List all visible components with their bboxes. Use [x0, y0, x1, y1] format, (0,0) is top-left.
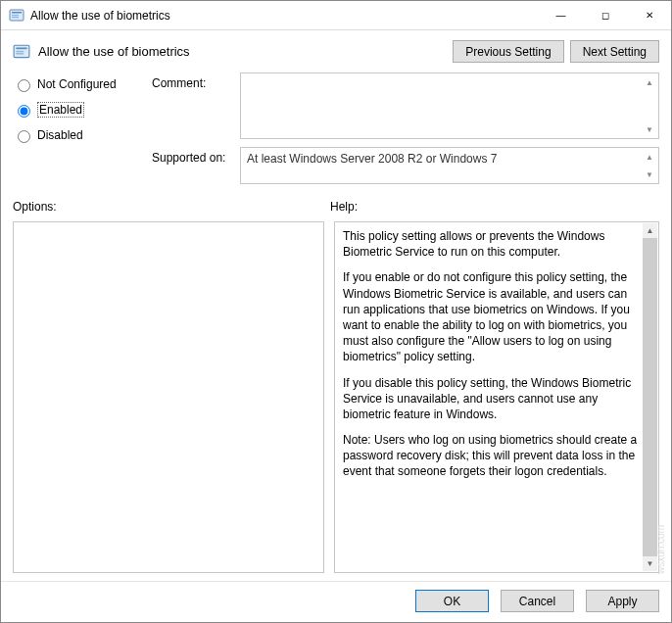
help-content: This policy setting allows or prevents t…: [335, 222, 643, 572]
scroll-up-icon: ▲: [643, 150, 656, 164]
scroll-up-icon[interactable]: ▲: [643, 223, 657, 238]
mid-labels: Options: Help:: [1, 192, 671, 217]
policy-title: Allow the use of biometrics: [38, 44, 190, 59]
supported-on-textbox: At least Windows Server 2008 R2 or Windo…: [240, 147, 659, 184]
config-area: Not Configured Enabled Disabled Comment:…: [1, 69, 671, 192]
supported-on-value: At least Windows Server 2008 R2 or Windo…: [241, 148, 658, 169]
scroll-down-icon: ▼: [643, 168, 656, 181]
svg-rect-5: [16, 47, 26, 49]
comment-scrollbar[interactable]: ▲ ▼: [643, 75, 656, 136]
radio-not-configured[interactable]: Not Configured: [13, 76, 140, 92]
help-paragraph: If you disable this policy setting, the …: [343, 375, 639, 423]
scroll-down-icon[interactable]: ▼: [643, 122, 656, 136]
apply-button[interactable]: Apply: [586, 590, 659, 612]
comment-textbox[interactable]: ▲ ▼: [240, 72, 659, 139]
config-fields: Comment: ▲ ▼ Supported on: At least Wind…: [152, 72, 659, 184]
radio-not-configured-label: Not Configured: [37, 77, 117, 91]
scrollbar-thumb[interactable]: [643, 238, 657, 556]
radio-disabled[interactable]: Disabled: [13, 127, 140, 143]
options-label: Options:: [13, 200, 330, 214]
help-scrollbar[interactable]: ▲ ▼: [643, 223, 657, 571]
svg-rect-6: [16, 50, 24, 51]
supported-scrollbar: ▲ ▼: [643, 150, 656, 181]
previous-setting-button[interactable]: Previous Setting: [453, 40, 563, 63]
help-paragraph: Note: Users who log on using biometrics …: [343, 432, 639, 480]
radio-enabled-input[interactable]: [18, 105, 30, 118]
help-paragraph: If you enable or do not configure this p…: [343, 269, 639, 364]
help-paragraph: This policy setting allows or prevents t…: [343, 228, 639, 260]
radio-disabled-input[interactable]: [18, 130, 30, 143]
options-panel: [13, 221, 324, 573]
cancel-button[interactable]: Cancel: [501, 590, 574, 612]
radio-enabled-label: Enabled: [37, 102, 84, 118]
svg-rect-2: [12, 15, 19, 16]
minimize-button[interactable]: —: [539, 1, 583, 30]
help-label: Help:: [330, 200, 358, 214]
panels: This policy setting allows or prevents t…: [1, 217, 671, 581]
radio-enabled[interactable]: Enabled: [13, 102, 140, 118]
header: Allow the use of biometrics Previous Set…: [1, 30, 671, 69]
svg-rect-3: [12, 17, 19, 18]
svg-rect-7: [16, 53, 24, 54]
comment-label: Comment:: [152, 72, 240, 90]
maximize-button[interactable]: ◻: [583, 1, 627, 30]
window-title: Allow the use of biometrics: [30, 9, 170, 23]
ok-button[interactable]: OK: [415, 590, 489, 612]
gpo-policy-icon: [9, 8, 24, 24]
scroll-down-icon[interactable]: ▼: [643, 556, 657, 571]
options-content: [14, 222, 308, 572]
next-setting-button[interactable]: Next Setting: [570, 40, 659, 63]
help-panel: This policy setting allows or prevents t…: [334, 221, 659, 573]
radio-disabled-label: Disabled: [37, 128, 83, 142]
footer: OK Cancel Apply: [1, 581, 671, 622]
gpo-policy-icon: [13, 43, 30, 61]
titlebar: Allow the use of biometrics — ◻ ✕: [1, 1, 671, 30]
svg-rect-1: [12, 12, 22, 14]
supported-on-label: Supported on:: [152, 147, 240, 165]
close-button[interactable]: ✕: [627, 1, 671, 30]
scroll-up-icon[interactable]: ▲: [643, 75, 656, 89]
radio-not-configured-input[interactable]: [18, 79, 30, 92]
state-radio-group: Not Configured Enabled Disabled: [13, 72, 140, 184]
